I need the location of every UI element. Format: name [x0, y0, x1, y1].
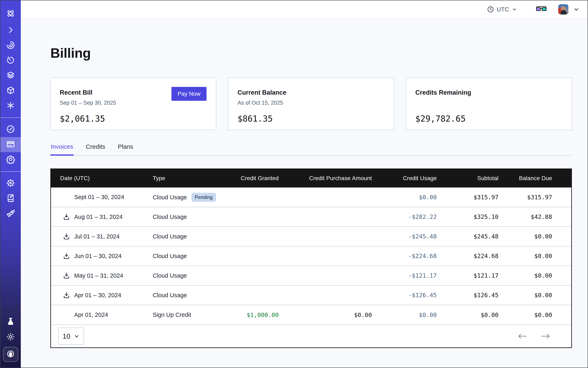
sidebar-bottom-group: $ — [0, 314, 21, 368]
tab-plans[interactable]: Plans — [118, 143, 134, 156]
view-mode-button[interactable] — [536, 6, 547, 13]
next-page-button[interactable] — [541, 333, 551, 339]
download-icon — [63, 232, 70, 240]
account-menu-chevron-icon[interactable] — [573, 6, 579, 12]
main-area: UTC Billing Recent Bill Sep 01 – Sep 30,… — [21, 0, 588, 368]
credit-purchase-value — [279, 227, 372, 246]
download-invoice-button[interactable] — [62, 291, 71, 299]
download-invoice-button[interactable] — [62, 272, 71, 280]
card-title: Current Balance — [237, 89, 385, 96]
billing-page: Billing Recent Bill Sep 01 – Sep 30, 202… — [21, 19, 588, 368]
invoice-date: Jun 01 – 30, 2024 — [74, 253, 121, 259]
timezone-selector[interactable]: UTC — [487, 6, 517, 13]
current-balance-card: Current Balance As of Oct 15, 2025 $861.… — [228, 77, 394, 130]
sidebar: $ — [0, 0, 21, 368]
table-row: May 01 – 31, 2024 Cloud Usage -$121.17 $… — [51, 266, 571, 285]
sidebar-item-monitoring[interactable] — [0, 38, 21, 53]
table-row: Sept 01 – 30, 2024 Cloud UsagePending $0… — [51, 187, 571, 207]
page-size-value: 10 — [63, 332, 70, 340]
subtotal-value: $121.17 — [437, 266, 499, 285]
sidebar-item-docs[interactable] — [0, 191, 21, 206]
sidebar-item-theme[interactable] — [0, 330, 21, 345]
sidebar-item-helm[interactable] — [0, 176, 21, 191]
table-row: Apr 01, 2024 Sign Up Credit $1,000.00 $0… — [51, 305, 571, 324]
app-logo-icon[interactable] — [0, 4, 21, 23]
column-header: Credit Granted — [230, 169, 279, 187]
sidebar-item-expand[interactable] — [0, 23, 21, 38]
balance-due-value: $42.88 — [499, 207, 571, 227]
gauge-icon — [6, 124, 15, 135]
asterisk-icon — [6, 101, 15, 111]
chevron-down-icon — [74, 333, 80, 339]
download-icon — [63, 272, 70, 279]
credit-usage-value: -$224.68 — [372, 246, 437, 266]
clock-icon — [487, 6, 494, 13]
table-footer: 10 — [51, 324, 571, 347]
column-header: Credit Purchase Amount — [279, 169, 372, 187]
cube-icon — [6, 86, 15, 96]
credits-rewards-button[interactable]: $ — [3, 347, 18, 362]
page-title: Billing — [50, 45, 572, 61]
download-invoice-button[interactable] — [62, 213, 71, 221]
credit-purchase-value: $0.00 — [279, 305, 372, 324]
sidebar-item-labs[interactable] — [0, 314, 21, 330]
prev-page-button[interactable] — [517, 333, 527, 339]
subtotal-value: $126.45 — [437, 285, 499, 305]
invoice-type: Cloud Usage — [153, 233, 187, 240]
chevron-down-icon — [512, 7, 517, 12]
credit-granted-value — [230, 207, 279, 227]
credit-purchase-value — [279, 207, 372, 227]
invoice-date: May 01 – 31, 2024 — [74, 272, 123, 279]
sidebar-top-group — [0, 0, 21, 221]
svg-text:$: $ — [9, 351, 12, 357]
table-row: Jun 01 – 30, 2024 Cloud Usage -$224.68 $… — [51, 246, 571, 266]
tab-credits[interactable]: Credits — [85, 143, 106, 156]
sidebar-divider — [0, 171, 21, 172]
credit-granted-value — [230, 266, 279, 285]
sidebar-item-packages[interactable] — [0, 83, 21, 98]
sidebar-item-settings[interactable] — [0, 152, 21, 167]
sun-icon — [6, 332, 15, 342]
download-icon — [63, 252, 70, 260]
sidebar-item-usage[interactable] — [0, 122, 21, 137]
subtotal-value: $245.48 — [437, 227, 499, 246]
credit-purchase-value — [279, 187, 372, 207]
credits-remaining-card: Credits Remaining $29,782.65 — [406, 77, 572, 130]
invoices-table: Date (UTC)TypeCredit GrantedCredit Purch… — [50, 168, 572, 348]
layers-icon — [6, 71, 15, 81]
sidebar-item-layers[interactable] — [0, 68, 21, 83]
pay-now-button[interactable]: Pay Now — [172, 87, 207, 101]
card-amount: $29,782.65 — [415, 114, 562, 124]
sidebar-item-getting-started[interactable] — [0, 206, 21, 221]
user-avatar[interactable] — [558, 4, 569, 15]
sidebar-item-billing[interactable] — [0, 137, 21, 152]
invoice-type: Cloud Usage — [153, 292, 187, 298]
download-invoice-button[interactable] — [62, 232, 71, 240]
subtotal-value: $0.00 — [437, 305, 499, 324]
3d-glasses-icon — [536, 6, 547, 13]
page-size-select[interactable]: 10 — [58, 328, 84, 345]
credit-granted-value — [230, 285, 279, 305]
tab-invoices[interactable]: Invoices — [50, 143, 74, 156]
credit-granted-value: $1,000.00 — [230, 305, 279, 324]
credit-usage-value: -$245.48 — [372, 227, 437, 246]
table-row: Aug 01 – 31, 2024 Cloud Usage -$282.22 $… — [51, 207, 571, 227]
credit-card-icon — [6, 139, 15, 150]
invoice-type: Cloud Usage — [153, 214, 187, 220]
radar-icon — [6, 40, 15, 51]
balance-due-value: $0.00 — [499, 246, 571, 266]
flask-icon — [6, 317, 15, 327]
sidebar-item-history[interactable] — [0, 53, 21, 68]
download-invoice-button[interactable] — [62, 252, 71, 260]
download-icon — [63, 213, 70, 221]
sidebar-item-services[interactable] — [0, 98, 21, 113]
billing-tabs: InvoicesCreditsPlans — [50, 143, 572, 156]
invoice-date: Aug 01 – 31, 2024 — [74, 214, 123, 220]
subtotal-value: $224.68 — [437, 246, 499, 266]
sidebar-divider — [0, 118, 21, 118]
summary-cards: Recent Bill Sep 01 – Sep 30, 2025 $2,061… — [50, 77, 572, 130]
credit-granted-value — [230, 246, 279, 266]
invoice-date: Jul 01 – 31, 2024 — [74, 233, 120, 240]
balance-due-value: $0.00 — [499, 305, 571, 324]
timezone-label: UTC — [497, 6, 509, 13]
